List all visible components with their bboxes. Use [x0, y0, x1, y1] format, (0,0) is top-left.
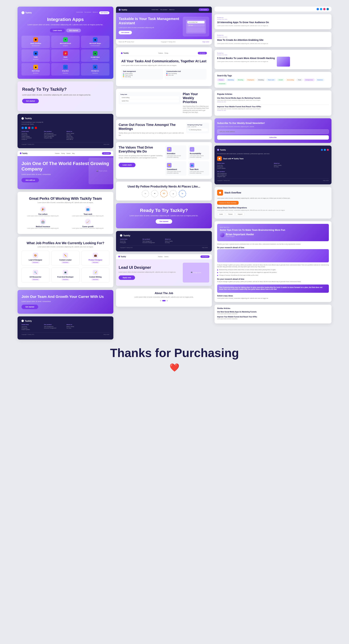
- tag-branding2[interactable]: Branding: [257, 78, 265, 81]
- tag-tools[interactable]: Tools: [296, 78, 303, 81]
- app-skype: ◉ Microsoft Skype Communication: [81, 36, 110, 48]
- similar-item-2-text: Lorem ipsum dolor sit amet consectetur.: [217, 318, 329, 320]
- right-tazkily-columns: Useful links Try for free Pricing plan F…: [217, 162, 329, 169]
- brainstorm-bullet-3: [217, 275, 218, 276]
- join-growth-title: Join Our Team And Growth Your Carrer Wit…: [22, 294, 110, 299]
- page-dot-2: [162, 300, 166, 301]
- job-lead-ui: 🎨 Lead UI Designer Volunteer: [22, 251, 50, 266]
- lead-ui-card: Tazkily Features Careers Get started Lea…: [116, 254, 212, 286]
- job-frontend-icon: 💻: [63, 270, 68, 275]
- perks-card: Great Perks Of Working With Tazkily Team…: [18, 192, 113, 234]
- tag-investment[interactable]: Investment: [217, 82, 227, 85]
- jobs-title: What Job Profiles Are We Currently Looki…: [22, 241, 110, 245]
- join-btn[interactable]: Join with us: [22, 178, 39, 182]
- brainstorm-img: [217, 249, 329, 262]
- footer-copyright: Copyright © Tazkily 2021: [22, 144, 34, 145]
- research-section: Do your research ahead of time It may be…: [217, 278, 329, 282]
- integration-subtitle: Lorem ipsum dolor sit amet, consectetur …: [22, 24, 110, 26]
- logo-heart: ❤: [151, 190, 158, 197]
- integration-apps-grid: ⬢ Stack Overflow Development ✦ Microsoft…: [22, 36, 110, 76]
- blog-2-title: How To Create An Attention-Grabbing Site: [217, 38, 329, 42]
- trello-icon: ▣: [34, 51, 38, 56]
- focus-mockup: Designing landing Page 10:00 - 02:00 PM …: [186, 123, 209, 133]
- blog-3-title: 8 Great Books To Learn More About Growth…: [217, 57, 275, 60]
- tag-finance[interactable]: Finance: [217, 78, 225, 81]
- main-container: Tazkily Useful links Our product About u…: [18, 6, 332, 372]
- tag-business[interactable]: Business: [316, 78, 324, 81]
- join-growth-btn[interactable]: Get started: [22, 305, 38, 309]
- tag-growth[interactable]: Growth: [277, 78, 284, 81]
- job-content-creator: ✏️ Content creator Volunteer: [52, 251, 79, 266]
- page-dot-1: [160, 300, 161, 301]
- values-title: The Values That Drive Everything We Do: [119, 146, 162, 153]
- tag-branding[interactable]: Branding: [236, 78, 245, 81]
- mid-dark-footer: Tazkily Useful links Try for free Pricin…: [116, 231, 212, 252]
- tag-teamwork[interactable]: Team work: [266, 78, 276, 81]
- innovation-icon: 💡: [167, 147, 172, 152]
- value-innovation: 💡 Innovation Lorem ipsum dolor sit amet …: [165, 146, 186, 160]
- brainstorm-hero: Some Tips From Some Tips From Us To Make…: [217, 224, 329, 242]
- values-card: The Values That Drive Everything We Do W…: [116, 142, 212, 179]
- mockup-grid: Tazkily Useful links Our product About u…: [18, 6, 332, 340]
- learn-more-btn[interactable]: Learn more: [50, 28, 65, 32]
- ready-to-try-card: Ready To Try Tazkily? Lorem ipsum dolor …: [18, 82, 113, 111]
- stack-tutorial-btn[interactable]: Tutorial: [226, 212, 234, 216]
- tag-employees[interactable]: Employees: [246, 78, 256, 81]
- blog-post-1: Posted on October 28, 2021 10 Interestin…: [214, 14, 332, 29]
- left-bottom-dark-footer: Tazkily Useful links Try for free Pricin…: [18, 316, 113, 340]
- values-grid: 💡 Innovation Lorem ipsum dolor sit amet …: [165, 146, 209, 176]
- stack-guide-btn[interactable]: Guide: [217, 212, 225, 216]
- lead-ui-nav-btn[interactable]: Get started: [200, 256, 210, 258]
- similar-articles-card: Similar Articles Use New Social Media Ap…: [214, 305, 332, 324]
- values-btn[interactable]: Learn more: [119, 163, 136, 167]
- get-started-btn[interactable]: Get started: [66, 28, 81, 32]
- subscribe-email-input[interactable]: [217, 129, 329, 134]
- ready-subtitle: Lorem ipsum dolor sit amet, consectetur …: [22, 94, 109, 96]
- value-commitment: 🤝 Commitment Lorem ipsum dolor sit amet …: [165, 161, 186, 176]
- nav-get-started-btn[interactable]: Get started: [99, 12, 110, 14]
- blog-post-2: Posted on October 26, 2021 How To Create…: [214, 32, 332, 47]
- lead-ui-img: 🖥️ Design tools: [183, 263, 209, 282]
- research-text: It may be strange to gather your group, …: [217, 281, 329, 282]
- subscribe-btn[interactable]: Subscribe: [217, 135, 329, 140]
- tag-entrepreneur[interactable]: Entrepreneur: [304, 78, 315, 81]
- tag-accounting[interactable]: Accounting: [286, 78, 296, 81]
- join-nav-links: Features Pricing Careers Blog: [55, 153, 74, 154]
- crazy-ideas-text: Lorem ipsum dolor sit amet, consectetur …: [217, 298, 329, 299]
- perk-medical: 🏥 Medical insurance Lorem ipsum dolor si…: [22, 219, 64, 229]
- similar-item-2-title: Improve Your Mobile Funnel And Reach You…: [217, 316, 329, 318]
- about-job-title: About The Job: [119, 292, 209, 295]
- job-frontend: 💻 Front End Developer Volunteer: [52, 268, 79, 283]
- brainstorm-hero-title: Some Tips From Us To Make Team Brainstor…: [220, 229, 326, 232]
- mailchimp-icon: ◆: [34, 65, 38, 70]
- perks-subtitle: Lorem ipsum dolor sit amet, consectetur …: [22, 202, 110, 204]
- footer-bottom: Copyright © Tazkily 2021 Help center: [22, 142, 110, 145]
- footer-help: Help center: [104, 144, 110, 145]
- brainstorm-person: Brian Important Awder Product Designer: [220, 232, 326, 237]
- job-lead-icon: 🎨: [33, 253, 38, 258]
- stack-body: Lorem ipsum dolor sit amet, consectetur …: [217, 197, 329, 199]
- tag-marketing[interactable]: Marketing: [226, 78, 235, 81]
- ready-get-started-btn[interactable]: Get started: [22, 99, 39, 103]
- ready-purple-btn[interactable]: Get started: [156, 219, 172, 224]
- footer-brand-name: Tazkily: [25, 117, 32, 120]
- footer-brand: Tazkily: [22, 117, 110, 120]
- footer-columns: Useful links Try for free Pricing plan F…: [22, 131, 110, 140]
- stackoverflow-icon: ⬢: [34, 37, 38, 42]
- stack-support-btn[interactable]: Support: [236, 212, 244, 216]
- blog-post-3: Posted on October 24, 2021 8 Great Books…: [214, 50, 332, 69]
- task-nav-btn[interactable]: Get started: [198, 52, 207, 54]
- lead-ui-apply-btn[interactable]: Apply now: [119, 276, 135, 280]
- join-nav-btn[interactable]: Get started: [102, 152, 111, 155]
- value-teamwork: 👥 Team Work Lorem ipsum dolor sit amet c…: [188, 161, 209, 176]
- thanks-section: Thanks for Purchasing ❤️: [18, 346, 332, 372]
- task-features: Task management Content editing Project …: [121, 69, 206, 80]
- commitment-icon: 🤝: [167, 163, 172, 168]
- social-ig: [323, 8, 326, 10]
- tazkily-hero-cta[interactable]: Get started: [119, 31, 132, 34]
- crazy-ideas-title: Solicit crazy ideas: [217, 295, 329, 297]
- slack-icon: ⚡: [63, 51, 68, 56]
- tazkily-nav-btn[interactable]: Get started: [199, 8, 209, 11]
- stack-connect-btn[interactable]: Connect to Stack Overflow: [217, 201, 238, 205]
- stack-about-sub: Lorem ipsum dolor sit amet, consectetur …: [217, 209, 329, 211]
